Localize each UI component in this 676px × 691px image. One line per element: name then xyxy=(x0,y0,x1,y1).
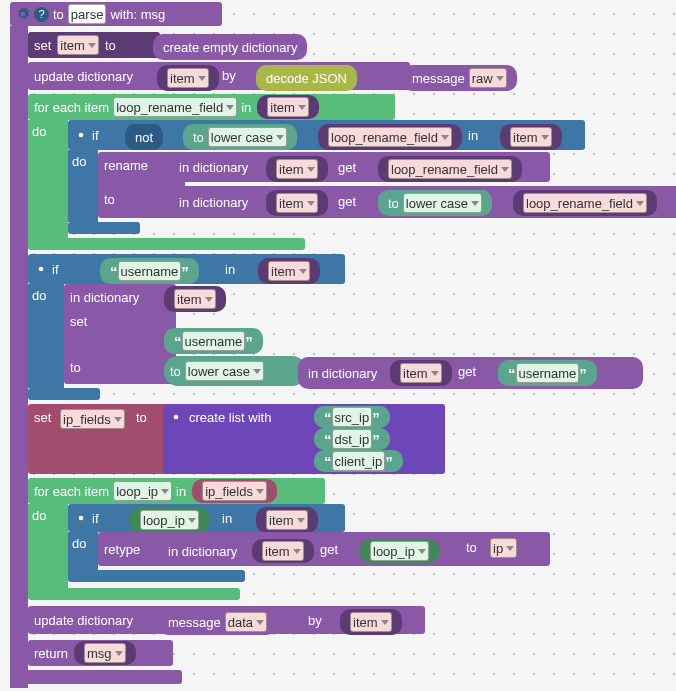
var-loopip[interactable]: loop_ip xyxy=(360,539,439,563)
lbl-to: to xyxy=(53,7,64,22)
lbl: set xyxy=(34,410,51,425)
gear-icon[interactable] xyxy=(169,410,183,424)
var-lrf[interactable]: loop_rename_field xyxy=(378,156,522,182)
lbl: in xyxy=(468,128,478,143)
gear-icon[interactable] xyxy=(34,262,48,276)
not[interactable]: not xyxy=(125,124,163,150)
var-lrf[interactable]: loop_rename_field xyxy=(318,124,462,150)
foreach-loopip[interactable]: for each item loop_ip in ip_fields xyxy=(28,478,325,504)
lbl: for each item xyxy=(34,100,109,115)
lbl: for each item xyxy=(34,484,109,499)
txt[interactable]: client_ip xyxy=(332,451,386,471)
var-item[interactable]: item xyxy=(157,65,219,91)
fn-end xyxy=(10,670,182,684)
var-item[interactable]: item xyxy=(256,507,318,533)
str-username-2[interactable]: “username” xyxy=(498,360,597,386)
var-item[interactable]: item xyxy=(500,124,562,150)
lbl: by xyxy=(222,68,236,83)
lbl: create list with xyxy=(189,410,271,425)
dd-lc[interactable]: lower case xyxy=(185,361,264,381)
lbl-do: do xyxy=(72,536,86,551)
lbl-do: do xyxy=(32,124,46,139)
dd-lc[interactable]: lower case xyxy=(208,127,287,147)
msg-raw[interactable]: message raw xyxy=(402,65,517,91)
var-msg[interactable]: msg xyxy=(74,641,136,665)
lbl: if xyxy=(92,128,99,143)
decode-json[interactable]: decode JSON xyxy=(256,65,357,91)
lbl: in xyxy=(241,100,251,115)
var-loopip[interactable]: loop_ip xyxy=(113,481,172,501)
lbl-do: do xyxy=(32,508,46,523)
lbl: by xyxy=(308,613,322,628)
foreach-rename[interactable]: for each item loop_rename_field in item xyxy=(28,94,395,120)
dict-set-username[interactable]: in dictionary set to xyxy=(64,284,176,384)
var-lrf[interactable]: loop_rename_field xyxy=(513,190,657,216)
lbl: to xyxy=(70,360,81,375)
str-srcip[interactable]: “src_ip” xyxy=(314,406,390,428)
var-item[interactable]: item xyxy=(266,156,328,182)
help-icon[interactable]: ? xyxy=(34,7,49,22)
create-empty-dict[interactable]: create empty dictionary xyxy=(153,34,307,60)
var-item[interactable]: item xyxy=(252,539,314,563)
fn-name[interactable]: parse xyxy=(68,4,107,24)
if-end xyxy=(68,222,140,234)
set-item-empty[interactable]: set item to xyxy=(28,32,160,58)
var-item[interactable]: item xyxy=(390,360,452,386)
rename-block[interactable]: rename to xyxy=(98,152,185,218)
txt[interactable]: src_ip xyxy=(332,407,373,427)
var-item[interactable]: item xyxy=(164,286,226,312)
lbl: get xyxy=(338,160,356,175)
gear-icon[interactable] xyxy=(74,511,88,525)
str-username-key[interactable]: “username” xyxy=(164,328,263,354)
txt[interactable]: dst_ip xyxy=(332,429,373,449)
msg-data[interactable]: message data xyxy=(158,609,277,635)
txt[interactable]: username xyxy=(516,363,580,383)
var-item[interactable]: item xyxy=(57,35,99,55)
if-end xyxy=(28,388,100,400)
var-item[interactable]: item xyxy=(266,190,328,216)
str-clientip[interactable]: “client_ip” xyxy=(314,450,403,472)
lbl: if xyxy=(92,511,99,526)
lbl: in dictionary xyxy=(168,544,237,559)
spine xyxy=(10,26,28,688)
lbl: create empty dictionary xyxy=(163,40,297,55)
set-ipfields[interactable]: set ip_fields to xyxy=(28,404,175,474)
lbl: in xyxy=(222,511,232,526)
to-lower[interactable]: to lower case xyxy=(183,124,297,150)
var-lrf[interactable]: loop_rename_field xyxy=(113,97,237,117)
dd-lc[interactable]: lower case xyxy=(403,193,482,213)
str-username[interactable]: “username” xyxy=(100,258,199,284)
for-end xyxy=(28,238,305,250)
lbl: get xyxy=(458,364,476,379)
txt[interactable]: username xyxy=(118,261,182,281)
return-msg[interactable]: return msg xyxy=(28,640,173,666)
var-item[interactable]: item xyxy=(340,609,402,635)
dd-ip[interactable]: ip xyxy=(490,538,517,558)
to-lower-2[interactable]: to lower case xyxy=(378,190,492,216)
str-dstip[interactable]: “dst_ip” xyxy=(314,428,390,450)
blockly-canvas[interactable]: ? to parse with: msg set item to create … xyxy=(0,0,676,691)
lbl: in dictionary xyxy=(179,195,248,210)
var-item[interactable]: item xyxy=(258,258,320,284)
lbl: get xyxy=(320,542,338,557)
gear-icon[interactable] xyxy=(74,128,88,142)
to-lower-3[interactable]: to lower case xyxy=(164,356,306,386)
dd-data[interactable]: data xyxy=(225,612,267,632)
lbl: to xyxy=(466,540,477,555)
gear-icon[interactable] xyxy=(16,7,30,21)
lbl: set xyxy=(34,38,51,53)
var-ipfields[interactable]: ip_fields xyxy=(60,409,125,429)
lbl-do: do xyxy=(72,154,86,169)
var-ipfields[interactable]: ip_fields xyxy=(192,479,277,503)
for-end xyxy=(28,588,240,600)
dd-raw[interactable]: raw xyxy=(469,68,507,88)
lbl: to xyxy=(104,192,115,207)
lbl: message xyxy=(412,71,465,86)
lbl-do: do xyxy=(32,288,46,303)
lbl-with: with: msg xyxy=(110,7,165,22)
lbl: in dictionary xyxy=(179,160,248,175)
var-item[interactable]: item xyxy=(257,95,319,119)
var-loopip[interactable]: loop_ip xyxy=(130,507,209,533)
txt[interactable]: username xyxy=(182,331,246,351)
fn-header[interactable]: ? to parse with: msg xyxy=(10,2,222,26)
